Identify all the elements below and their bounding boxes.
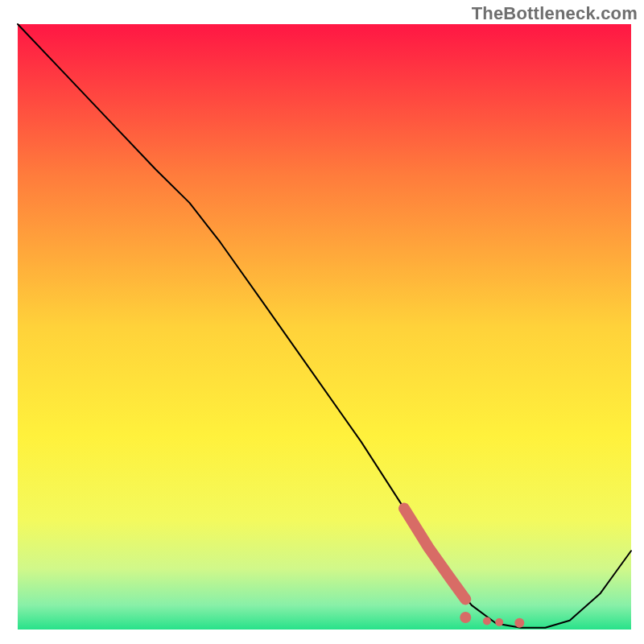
dot: [483, 617, 491, 625]
watermark-text: TheBottleneck.com: [472, 3, 638, 24]
plot-background: [18, 24, 631, 630]
dot: [514, 618, 524, 628]
highlight-tail-dot: [460, 612, 471, 623]
dot: [495, 618, 503, 626]
chart-stage: TheBottleneck.com: [0, 0, 644, 644]
chart-canvas: [0, 0, 644, 644]
